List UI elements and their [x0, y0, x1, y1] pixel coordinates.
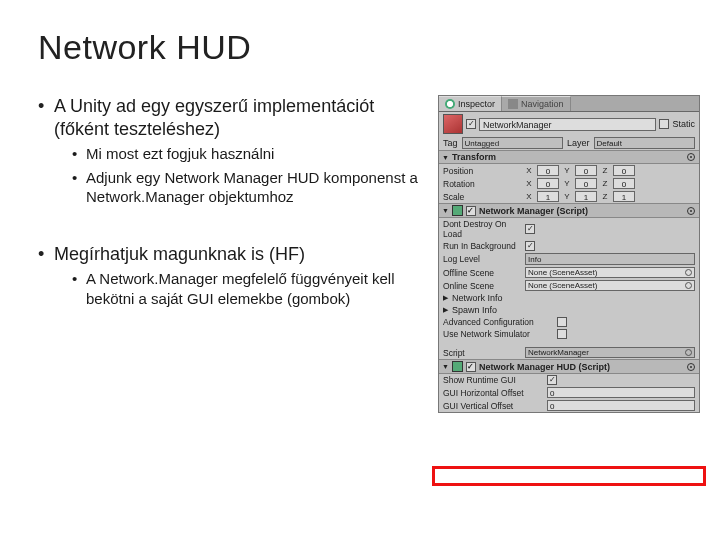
spawninfo-label[interactable]: Spawn Info: [452, 305, 497, 315]
usesim-checkbox[interactable]: [557, 329, 567, 339]
gear-icon[interactable]: [686, 362, 696, 372]
script-field: NetworkManager: [525, 347, 695, 358]
loglevel-dropdown[interactable]: Info: [525, 253, 695, 265]
highlight-rectangle: [432, 466, 706, 486]
foldout-icon[interactable]: ▶: [443, 294, 448, 302]
gameobject-icon[interactable]: [443, 114, 463, 134]
foldout-icon: ▼: [442, 154, 449, 161]
scl-y[interactable]: 1: [575, 191, 597, 202]
advcfg-label: Advanced Configuration: [443, 317, 553, 327]
scl-z[interactable]: 1: [613, 191, 635, 202]
svg-point-1: [690, 156, 692, 158]
transform-header[interactable]: ▼ Transform: [439, 150, 699, 164]
position-label: Position: [443, 166, 521, 176]
script-icon: [452, 205, 463, 216]
rotation-label: Rotation: [443, 179, 521, 189]
inspector-tabbar: Inspector Navigation: [439, 96, 699, 112]
scl-x[interactable]: 1: [537, 191, 559, 202]
tab-navigation[interactable]: Navigation: [502, 96, 571, 111]
foldout-icon: ▼: [442, 363, 449, 370]
hoffset-field[interactable]: 0: [547, 387, 695, 398]
object-picker-icon[interactable]: [685, 282, 692, 289]
offline-field[interactable]: None (SceneAsset): [525, 267, 695, 278]
voffset-field[interactable]: 0: [547, 400, 695, 411]
usesim-label: Use Network Simulator: [443, 329, 553, 339]
pos-y[interactable]: 0: [575, 165, 597, 176]
advcfg-checkbox[interactable]: [557, 317, 567, 327]
tag-dropdown[interactable]: Untagged: [462, 137, 563, 149]
voffset-label: GUI Vertical Offset: [443, 401, 543, 411]
unity-inspector-screenshot: Inspector Navigation ✓ NetworkManager St…: [438, 95, 700, 520]
navigation-icon: [508, 99, 518, 109]
bullet-content: A Unity ad egy egyszerű implementációt (…: [38, 95, 428, 520]
offline-label: Offline Scene: [443, 268, 521, 278]
bullet-2: Megírhatjuk magunknak is (HF) A Network.…: [38, 243, 428, 309]
component-enabled-checkbox[interactable]: ✓: [466, 206, 476, 216]
object-picker-icon: [685, 349, 692, 356]
tag-label: Tag: [443, 138, 458, 148]
layer-dropdown[interactable]: Default: [594, 137, 695, 149]
svg-point-3: [690, 210, 692, 212]
gear-icon[interactable]: [686, 206, 696, 216]
runbg-label: Run In Background: [443, 241, 521, 251]
pos-z[interactable]: 0: [613, 165, 635, 176]
bullet-1b: Adjunk egy Network Manager HUD komponens…: [72, 168, 428, 207]
showgui-label: Show Runtime GUI: [443, 375, 543, 385]
rot-x[interactable]: 0: [537, 178, 559, 189]
networkinfo-label[interactable]: Network Info: [452, 293, 503, 303]
svg-point-5: [690, 366, 692, 368]
component-enabled-checkbox[interactable]: ✓: [466, 362, 476, 372]
networkmanagerhud-header[interactable]: ▼ ✓ Network Manager HUD (Script): [439, 359, 699, 374]
pos-x[interactable]: 0: [537, 165, 559, 176]
tab-inspector[interactable]: Inspector: [439, 96, 502, 111]
foldout-icon[interactable]: ▶: [443, 306, 448, 314]
online-field[interactable]: None (SceneAsset): [525, 280, 695, 291]
bullet-2a: A Network.Manager megfelelő függvényeit …: [72, 269, 428, 308]
inspector-icon: [445, 99, 455, 109]
dontdestroy-label: Dont Destroy On Load: [443, 219, 521, 239]
runbg-checkbox[interactable]: ✓: [525, 241, 535, 251]
slide-title: Network HUD: [38, 28, 682, 67]
scale-label: Scale: [443, 192, 521, 202]
static-label: Static: [672, 119, 695, 129]
loglevel-label: Log Level: [443, 254, 521, 264]
bullet-1: A Unity ad egy egyszerű implementációt (…: [38, 95, 428, 207]
rot-y[interactable]: 0: [575, 178, 597, 189]
dontdestroy-checkbox[interactable]: ✓: [525, 224, 535, 234]
object-picker-icon[interactable]: [685, 269, 692, 276]
showgui-checkbox[interactable]: ✓: [547, 375, 557, 385]
online-label: Online Scene: [443, 281, 521, 291]
object-name-field[interactable]: NetworkManager: [479, 118, 656, 131]
networkmanager-header[interactable]: ▼ ✓ Network Manager (Script): [439, 203, 699, 218]
hoffset-label: GUI Horizontal Offset: [443, 388, 543, 398]
layer-label: Layer: [567, 138, 590, 148]
script-icon: [452, 361, 463, 372]
bullet-1a: Mi most ezt fogjuk használni: [72, 144, 428, 164]
active-checkbox[interactable]: ✓: [466, 119, 476, 129]
script-label: Script: [443, 348, 521, 358]
foldout-icon: ▼: [442, 207, 449, 214]
static-checkbox[interactable]: [659, 119, 669, 129]
rot-z[interactable]: 0: [613, 178, 635, 189]
gear-icon[interactable]: [686, 152, 696, 162]
